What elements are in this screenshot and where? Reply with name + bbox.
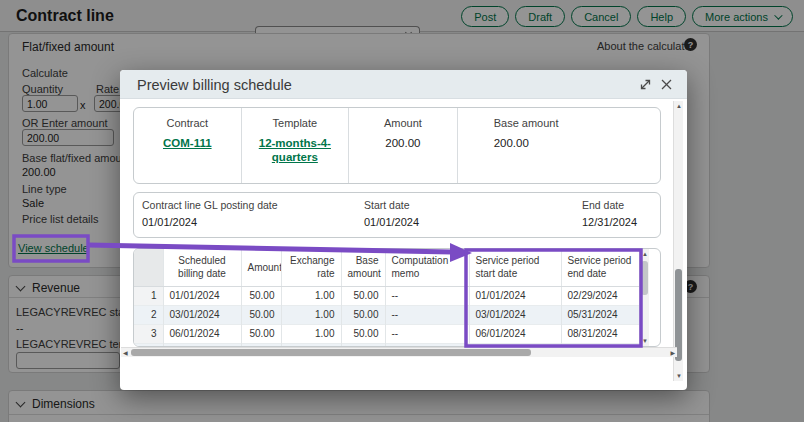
expand-icon[interactable]: [639, 78, 652, 91]
schedule-dates-card: Contract line GL posting date 01/01/2024…: [133, 192, 661, 238]
end-date-value: 12/31/2024: [582, 216, 637, 228]
template-label: Template: [242, 117, 349, 129]
summary-base-amount: Base amount 200.00: [458, 108, 660, 183]
service-period-end-header: Service period end date: [561, 249, 639, 286]
base-amount-cell: 50.00: [341, 286, 385, 305]
service-period-start-cell: 03/01/2024: [469, 305, 561, 324]
contract-link[interactable]: COM-111: [163, 137, 212, 149]
summary-template: Template 12-months-4-quarters: [242, 108, 350, 183]
service-period-end-cell: 08/31/2024: [561, 324, 639, 343]
billing-schedule-table: Scheduled billing date Amount Exchange r…: [134, 249, 640, 347]
base-amount-header: Base amount: [341, 249, 385, 286]
scroll-down-icon[interactable]: ▼: [642, 338, 648, 344]
modal-header: Preview billing schedule: [120, 70, 687, 99]
table-row[interactable]: 203/01/202450.001.0050.00--03/01/202405/…: [134, 305, 639, 324]
amount-value: 200.00: [349, 136, 457, 150]
scheduled-billing-date-header: Scheduled billing date: [163, 249, 241, 286]
exchange-rate-cell: 1.00: [281, 305, 341, 324]
table-row[interactable]: 306/01/202450.001.0050.00--06/01/202408/…: [134, 324, 639, 343]
scheduled-billing-date-cell: 01/01/2024: [163, 286, 241, 305]
billing-schedule-table-card: Scheduled billing date Amount Exchange r…: [133, 248, 661, 347]
gl-posting-date-label: Contract line GL posting date: [142, 199, 278, 211]
modal-scrollbar-horizontal[interactable]: ◀ ▶: [121, 347, 677, 357]
scroll-up-icon[interactable]: ▲: [676, 103, 682, 109]
row-number-cell: 3: [134, 324, 163, 343]
amount-cell: 50.00: [241, 286, 281, 305]
computation-memo-cell: --: [385, 305, 469, 324]
base-amount-value: 200.00: [494, 136, 660, 150]
computation-memo-header: Computation memo: [385, 249, 469, 286]
service-period-start-cell: 06/01/2024: [469, 324, 561, 343]
amount-cell: 50.00: [241, 305, 281, 324]
base-amount-label: Base amount: [494, 117, 660, 129]
scroll-left-icon[interactable]: ◀: [123, 350, 128, 356]
base-amount-cell: 50.00: [341, 305, 385, 324]
template-link[interactable]: 12-months-4-quarters: [259, 137, 331, 163]
exchange-rate-cell: 1.00: [281, 324, 341, 343]
scroll-up-icon[interactable]: ▲: [642, 251, 648, 257]
service-period-end-cell: 02/29/2024: [561, 286, 639, 305]
row-number-cell: 2: [134, 305, 163, 324]
contract-line-page: Contract line Post Draft Cancel Help Mor…: [0, 0, 804, 422]
service-period-end-cell: 05/31/2024: [561, 305, 639, 324]
preview-billing-schedule-modal: Preview billing schedule Contract COM-11…: [120, 70, 687, 390]
service-period-start-header: Service period start date: [469, 249, 561, 286]
start-date-label: Start date: [364, 199, 419, 211]
scheduled-billing-date-cell: 03/01/2024: [163, 305, 241, 324]
modal-scrollbar-vertical[interactable]: ▲ ▼: [673, 101, 683, 381]
gl-posting-date-block: Contract line GL posting date 01/01/2024: [142, 199, 278, 228]
row-number-cell: 1: [134, 286, 163, 305]
close-icon[interactable]: [660, 78, 673, 91]
contract-label: Contract: [134, 117, 241, 129]
amount-header: Amount: [241, 249, 281, 286]
end-date-block: End date 12/31/2024: [582, 199, 637, 228]
base-amount-cell: 50.00: [341, 324, 385, 343]
amount-cell: 50.00: [241, 324, 281, 343]
table-header-row: Scheduled billing date Amount Exchange r…: [134, 249, 639, 286]
computation-memo-cell: --: [385, 324, 469, 343]
start-date-value: 01/01/2024: [364, 216, 419, 228]
row-number-header: [134, 249, 163, 286]
start-date-block: Start date 01/01/2024: [364, 199, 419, 228]
amount-label: Amount: [349, 117, 457, 129]
scroll-down-icon[interactable]: ▼: [676, 373, 682, 379]
scrollbar-thumb[interactable]: [131, 349, 531, 356]
summary-amount: Amount 200.00: [349, 108, 458, 183]
gl-posting-date-value: 01/01/2024: [142, 216, 278, 228]
exchange-rate-header: Exchange rate: [281, 249, 341, 286]
table-scrollbar-vertical[interactable]: ▲ ▼: [639, 249, 649, 346]
table-row[interactable]: 101/01/202450.001.0050.00--01/01/202402/…: [134, 286, 639, 305]
service-period-start-cell: 01/01/2024: [469, 286, 561, 305]
exchange-rate-cell: 1.00: [281, 286, 341, 305]
schedule-summary-card: Contract COM-111 Template 12-months-4-qu…: [133, 107, 661, 184]
end-date-label: End date: [582, 199, 637, 211]
scroll-right-icon[interactable]: ▶: [670, 350, 675, 356]
scheduled-billing-date-cell: 06/01/2024: [163, 324, 241, 343]
summary-contract: Contract COM-111: [134, 108, 242, 183]
scrollbar-thumb[interactable]: [641, 261, 648, 295]
computation-memo-cell: --: [385, 286, 469, 305]
modal-title: Preview billing schedule: [137, 77, 292, 93]
